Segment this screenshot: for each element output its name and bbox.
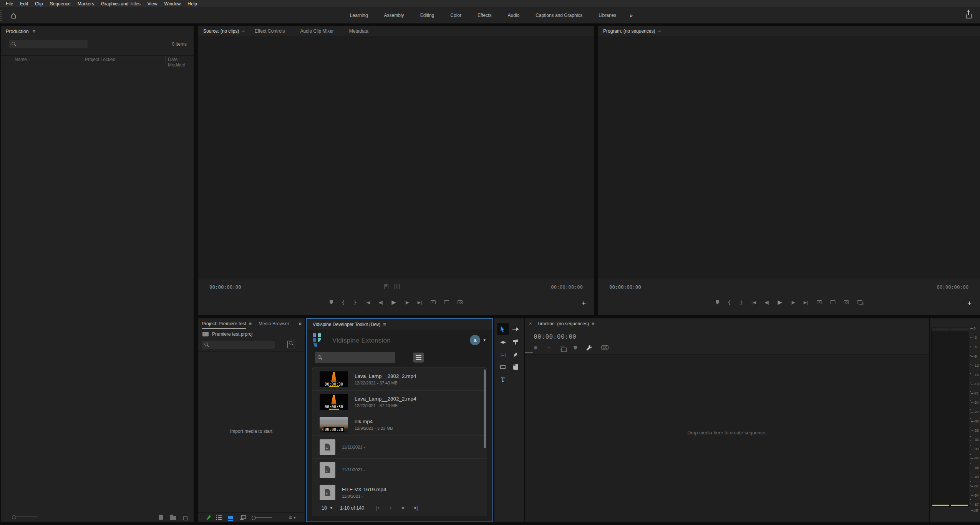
tab-timeline[interactable]: Timeline: (no sequences) ≡ [535, 318, 597, 329]
menu-item-markers[interactable]: Markers [74, 1, 98, 7]
tab-audio-clip-mixer[interactable]: Audio Clip Mixer [298, 26, 336, 36]
menu-item-file[interactable]: File [2, 1, 17, 7]
find-button[interactable] [287, 341, 295, 348]
menu-item-view[interactable]: View [144, 1, 161, 7]
column-divider[interactable] [83, 56, 83, 63]
workspace-tab-captions-and-graphics[interactable]: Captions and Graphics [527, 13, 590, 18]
vidispine-panel-menu-icon[interactable]: ≡ [383, 321, 386, 327]
menu-item-graphics-and-titles[interactable]: Graphics and Titles [98, 1, 144, 7]
new-bin-icon[interactable] [170, 516, 176, 520]
tab-vidispine-toolkit[interactable]: Vidispine Developer Toolkit (Dev) ≡ [310, 319, 388, 330]
select-zoom-level-icon[interactable] [384, 284, 388, 289]
grid-view-button[interactable] [401, 354, 409, 362]
workspace-tab-color[interactable]: Color [442, 13, 469, 18]
button-editor-plus-icon[interactable]: + [582, 300, 586, 307]
first-page-icon[interactable]: |< [376, 505, 380, 511]
slip-tool[interactable]: |↔| [497, 348, 509, 361]
overwrite-icon[interactable] [444, 300, 449, 304]
rectangle-tool[interactable] [497, 361, 509, 373]
column-header-date-modified[interactable]: Date Modified [168, 57, 194, 68]
project-breadcrumb[interactable]: Premiere test.prproj [202, 331, 252, 337]
play-icon[interactable]: ▶ [391, 299, 396, 306]
media-list-item[interactable]: 00:00:30 Lava_Lamp__2802_2.mp4 12/22/202… [312, 391, 487, 413]
button-editor-plus-icon[interactable]: + [967, 300, 972, 307]
workspace-overflow-chevron-icon[interactable]: » [624, 12, 638, 18]
tab-effect-controls[interactable]: Effect Controls [252, 26, 287, 36]
account-menu[interactable]: a ▾ [470, 335, 486, 345]
quick-export-button[interactable] [965, 11, 973, 19]
play-icon[interactable]: ▶ [778, 299, 782, 306]
workspace-tab-libraries[interactable]: Libraries [590, 13, 624, 18]
mark-out-icon[interactable]: } [740, 299, 743, 305]
thumbnail-zoom-slider[interactable] [13, 517, 38, 517]
step-back-icon[interactable]: ◀| [378, 300, 383, 305]
linked-selection-icon[interactable] [560, 346, 564, 349]
captions-icon[interactable]: CC [601, 345, 609, 350]
project-panel-menu-icon[interactable]: ≡ [249, 321, 252, 326]
comparison-view-icon[interactable] [857, 300, 862, 304]
panel-overflow-chevron-icon[interactable]: » [298, 320, 302, 326]
workspace-tab-effects[interactable]: Effects [469, 13, 499, 18]
audio-meter[interactable] [931, 328, 969, 507]
tab-metadata[interactable]: Metadata [347, 26, 371, 36]
page-size-select[interactable]: 10 ▾ [322, 505, 332, 511]
tab-project[interactable]: Project: Premiere test ≡ [199, 318, 254, 329]
extract-icon[interactable] [830, 300, 835, 304]
media-list-item[interactable]: 11/11/2021 - [312, 436, 487, 459]
project-search-input[interactable] [209, 342, 275, 348]
writable-indicator-icon[interactable] [206, 515, 211, 520]
go-to-in-icon[interactable]: |◀ [365, 300, 370, 305]
tab-media-browser[interactable]: Media Browser [256, 318, 292, 329]
workspace-tab-audio[interactable]: Audio [499, 13, 527, 18]
monitor-settings-icon[interactable] [395, 284, 400, 289]
go-to-in-icon[interactable]: |◀ [751, 300, 756, 305]
mark-in-icon[interactable]: { [342, 299, 345, 305]
tab-program[interactable]: Program: (no sequences) ≡ [601, 26, 663, 36]
media-list-item[interactable]: 00:00:28 elk.mp4 12/9/2021 - 3.23 MB [312, 413, 487, 436]
menu-item-help[interactable]: Help [184, 1, 201, 7]
sort-icons-button[interactable]: ≡ ▾ [289, 515, 295, 520]
pen-tool[interactable] [509, 348, 522, 361]
project-bin-area[interactable]: Import media to start [198, 351, 305, 512]
production-search-input[interactable] [16, 41, 88, 47]
menu-item-sequence[interactable]: Sequence [46, 1, 74, 7]
razor-tool[interactable] [509, 336, 522, 348]
close-icon[interactable]: × [525, 321, 535, 326]
production-panel-menu-icon[interactable]: ≡ [33, 28, 36, 34]
tab-source[interactable]: Source: (no clips) ≡ [201, 26, 247, 36]
export-frame-icon[interactable] [844, 300, 849, 304]
timeline-track-area[interactable]: Drop media here to create sequence. [525, 354, 929, 522]
program-panel-menu-icon[interactable]: ≡ [658, 28, 661, 34]
step-forward-icon[interactable]: |▶ [791, 300, 795, 305]
next-page-icon[interactable]: > [401, 505, 405, 511]
workspace-tab-learning[interactable]: Learning [342, 13, 376, 18]
insert-icon[interactable] [431, 300, 436, 304]
track-select-forward-tool[interactable] [509, 323, 522, 335]
thumbnail-zoom-slider[interactable] [252, 517, 272, 518]
selection-tool[interactable] [497, 323, 509, 335]
ripple-edit-tool[interactable]: ◀▶ [497, 336, 509, 348]
media-list-item[interactable]: 00:00:30 Lava_Lamp__2802_2.mp4 12/22/202… [312, 368, 487, 391]
step-back-icon[interactable]: ◀| [764, 300, 769, 305]
list-scrollbar[interactable] [484, 369, 486, 448]
menu-item-window[interactable]: Window [161, 1, 184, 7]
previous-page-icon[interactable]: < [389, 505, 392, 511]
icon-view-icon[interactable] [228, 516, 233, 519]
timeline-scrollbar[interactable] [525, 352, 533, 353]
nest-sequences-icon[interactable] [534, 346, 538, 350]
freeform-view-icon[interactable] [240, 517, 244, 520]
menu-item-clip[interactable]: Clip [32, 1, 46, 7]
program-current-timecode[interactable]: 00:00:00:00 [609, 284, 641, 290]
timeline-timecode[interactable]: 00:00:00:00 [534, 333, 576, 340]
list-view-button[interactable] [413, 353, 424, 363]
add-marker-icon[interactable] [716, 300, 719, 305]
add-marker-icon[interactable] [330, 300, 333, 305]
mark-in-icon[interactable]: { [728, 299, 731, 305]
last-page-icon[interactable]: >| [413, 505, 418, 511]
chevron-down-icon[interactable]: ▾ [483, 338, 486, 343]
workspace-tab-editing[interactable]: Editing [412, 13, 443, 18]
go-to-out-icon[interactable]: ▶| [418, 300, 422, 305]
source-panel-menu-icon[interactable]: ≡ [242, 28, 245, 34]
export-frame-icon[interactable] [458, 300, 463, 304]
new-item-icon[interactable] [159, 515, 163, 520]
